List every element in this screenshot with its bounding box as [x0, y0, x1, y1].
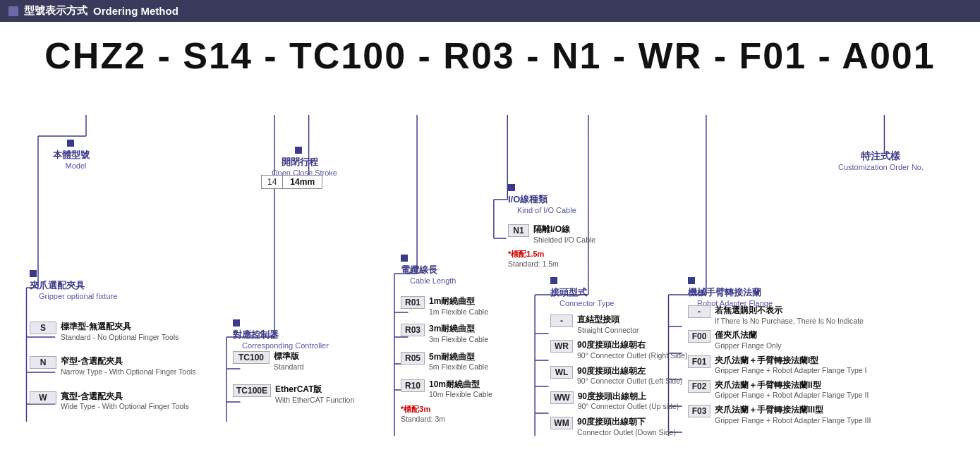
stroke-box: 14 14mm	[261, 175, 322, 189]
cable-option-r05: R05 5m耐繞曲型 5m Flexible Cable	[401, 352, 492, 372]
model-code: CHZ2 - S14 - TC100 - R03 - N1 - WR - F01…	[14, 36, 966, 76]
gripper-option-s: S 標準型-無選配夾具 Standard - No Optional Finge…	[30, 322, 196, 342]
cable-code-r01: R01	[401, 296, 425, 309]
cable-desc-r05: 5m耐繞曲型 5m Flexible Cable	[429, 352, 488, 372]
connector-desc-ww: 90度接頭出線朝上 90° Connector Outlet (Up side)	[578, 391, 679, 412]
cable-code-r05: R05	[401, 352, 425, 365]
cable-desc-r10: 10m耐繞曲型 10m Flexible Cable	[429, 379, 492, 400]
flange-desc-f03: 夾爪法蘭＋手臂轉接法蘭III型 Gripper Flange + Robot A…	[715, 405, 871, 425]
flange-option-f03: F03 夾爪法蘭＋手臂轉接法蘭III型 Gripper Flange + Rob…	[688, 405, 871, 425]
cable-note-gray: Standard: 3m	[401, 415, 492, 423]
io-options: N1 隔離I/O線 Shielded I/O Cable *標配1.5m Sta…	[508, 224, 595, 268]
flange-code-f01: F01	[688, 355, 710, 368]
gripper-fixture-label: 夾爪選配夾具 Gripper optional fixture	[30, 267, 117, 300]
connector-options: - 直結型接頭 Straight Connector WR 90度接頭出線朝右 …	[550, 314, 688, 439]
controller-desc-tc100: 標準版 Standard	[274, 351, 304, 372]
controller-label: 對應控制器 Corresponding Controller	[233, 316, 329, 350]
io-option-n1: N1 隔離I/O線 Shielded I/O Cable	[508, 224, 595, 245]
gripper-desc-s: 標準型-無選配夾具 Standard - No Optional Finger …	[61, 322, 179, 342]
flange-option-f00: F00 僅夾爪法蘭 Gripper Flange Only	[688, 330, 871, 350]
gripper-code-w: W	[30, 391, 56, 404]
io-desc-n1: 隔離I/O線 Shielded I/O Cable	[533, 224, 595, 245]
flange-option-f01: F01 夾爪法蘭＋手臂轉接法蘭I型 Gripper Flange + Robot…	[688, 355, 871, 376]
flange-options: - 若無選購則不表示 If There Is No Purchase, Ther…	[688, 305, 871, 427]
flange-code-f02: F02	[688, 380, 710, 393]
flange-label: 機械手臂轉接法蘭 Robot Adapter Flange	[688, 274, 773, 307]
connector-code-wl: WL	[550, 366, 573, 379]
connector-option-ww: WW 90度接頭出線朝上 90° Connector Outlet (Up si…	[550, 391, 688, 412]
header: 型號表示方式 Ordering Method	[0, 0, 980, 22]
gripper-option-n: N 窄型-含選配夾具 Narrow Type - With Optional F…	[30, 356, 196, 377]
body-model-label: 本體型號 Model	[53, 136, 90, 170]
controller-options: TC100 標準版 Standard TC100E EtherCAT版 With…	[233, 351, 354, 406]
io-note-gray: Standard: 1.5m	[508, 259, 595, 268]
connector-desc-dash: 直結型接頭 Straight Connector	[577, 314, 639, 335]
gripper-code-s: S	[30, 322, 56, 334]
controller-option-tc100: TC100 標準版 Standard	[233, 351, 354, 372]
flange-code-f03: F03	[688, 405, 710, 417]
connector-desc-wm: 90度接頭出線朝下 Connector Outlet (Down Side)	[577, 417, 676, 437]
controller-code-tc100e: TC100E	[233, 384, 271, 397]
connector-option-wm: WM 90度接頭出線朝下 Connector Outlet (Down Side…	[550, 417, 688, 437]
header-square	[8, 6, 18, 16]
flange-code-f00: F00	[688, 330, 710, 343]
connector-code-ww: WW	[550, 391, 574, 404]
connector-option-wr: WR 90度接頭出線朝右 90° Connector Outlet (Right…	[550, 340, 688, 360]
cable-code-r03: R03	[401, 324, 425, 336]
connector-code-wr: WR	[550, 340, 573, 353]
flange-code-dash: -	[688, 305, 710, 318]
controller-code-tc100: TC100	[233, 351, 270, 364]
open-close-label: 開閉行程 Open Close Stroke	[262, 143, 337, 177]
cable-code-r10: R10	[401, 379, 425, 392]
cable-label: 電纜線長 Cable Length	[401, 251, 456, 285]
flange-desc-f02: 夾爪法蘭＋手臂轉接法蘭II型 Gripper Flange + Robot Ad…	[715, 380, 869, 401]
stroke-value: 14mm	[283, 175, 322, 189]
gripper-desc-n: 窄型-含選配夾具 Narrow Type - With Optional Fin…	[61, 356, 196, 377]
connector-label: 接頭型式 Connector Type	[550, 274, 614, 307]
customization-label: 特注式樣 Customization Order No.	[838, 150, 924, 171]
flange-option-f02: F02 夾爪法蘭＋手臂轉接法蘭II型 Gripper Flange + Robo…	[688, 380, 871, 401]
cable-option-r03: R03 3m耐繞曲型 3m Flexible Cable	[401, 324, 492, 344]
cable-desc-r01: 1m耐繞曲型 1m Flexible Cable	[429, 296, 488, 317]
stroke-code: 14	[261, 175, 283, 189]
cable-option-r01: R01 1m耐繞曲型 1m Flexible Cable	[401, 296, 492, 317]
flange-desc-f00: 僅夾爪法蘭 Gripper Flange Only	[715, 330, 782, 350]
gripper-code-n: N	[30, 356, 56, 369]
io-label: I/O線種類 Kind of I/O Cable	[508, 181, 576, 214]
flange-desc-f01: 夾爪法蘭＋手臂轉接法蘭I型 Gripper Flange + Robot Ada…	[715, 355, 866, 376]
connector-desc-wl: 90度接頭出線朝左 90° Connector Outlet (Left Sid…	[577, 366, 683, 386]
connector-option-dash: - 直結型接頭 Straight Connector	[550, 314, 688, 335]
gripper-option-w: W 寬型-含選配夾具 Wide Type - With Optional Fin…	[30, 391, 196, 412]
io-code-n1: N1	[508, 224, 529, 237]
cable-option-r10: R10 10m耐繞曲型 10m Flexible Cable	[401, 379, 492, 400]
connector-option-wl: WL 90度接頭出線朝左 90° Connector Outlet (Left …	[550, 366, 688, 386]
io-note-red: *標配1.5m	[508, 249, 595, 259]
flange-desc-dash: 若無選購則不表示 If There Is No Purchase, There …	[715, 305, 864, 326]
controller-option-tc100e: TC100E EtherCAT版 With EtherCAT Function	[233, 384, 354, 405]
header-title-en: Ordering Method	[93, 5, 179, 17]
header-title-zh: 型號表示方式	[24, 4, 87, 18]
gripper-options: S 標準型-無選配夾具 Standard - No Optional Finge…	[30, 322, 196, 413]
cable-desc-r03: 3m耐繞曲型 3m Flexible Cable	[429, 324, 488, 344]
flange-option-dash: - 若無選購則不表示 If There Is No Purchase, Ther…	[688, 305, 871, 326]
connector-code-dash: -	[550, 314, 573, 327]
cable-note-red: *標配3m	[401, 404, 492, 415]
connector-desc-wr: 90度接頭出線朝右 90° Connector Outlet (Right Si…	[577, 340, 688, 360]
connector-code-wm: WM	[550, 417, 573, 429]
gripper-desc-w: 寬型-含選配夾具 Wide Type - With Optional Finge…	[61, 391, 189, 412]
controller-desc-tc100e: EtherCAT版 With EtherCAT Function	[275, 384, 354, 405]
cable-options: R01 1m耐繞曲型 1m Flexible Cable R03 3m耐繞曲型 …	[401, 296, 492, 423]
